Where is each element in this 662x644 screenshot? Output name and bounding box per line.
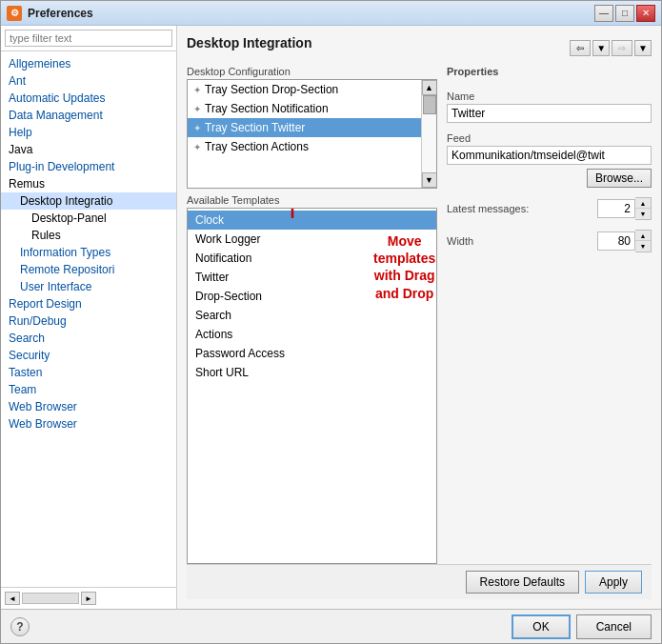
bottom-bar: Restore Defaults Apply	[187, 564, 652, 599]
footer-bar: ? OK Cancel	[1, 609, 661, 643]
scroll-thumb[interactable]	[423, 95, 436, 114]
filter-input[interactable]	[5, 30, 172, 47]
sidebar-item-team[interactable]: Team	[1, 381, 176, 398]
nav-back-dropdown[interactable]: ▼	[592, 40, 610, 56]
width-label: Width	[447, 235, 592, 247]
available-templates-label: Available Templates	[187, 194, 437, 206]
sidebar-item-desktop-panel[interactable]: Desktop-Panel	[1, 210, 176, 227]
sidebar-item-allgemeines[interactable]: Allgemeines	[1, 55, 176, 72]
sidebar-item-help[interactable]: Help	[1, 124, 176, 141]
drag-icon: ✦	[193, 142, 201, 152]
sidebar-item-java[interactable]: Java	[1, 141, 176, 158]
close-button[interactable]: ✕	[636, 5, 655, 22]
scroll-down-btn[interactable]: ▼	[422, 172, 437, 188]
properties-label: Properties	[447, 66, 652, 77]
nav-forward-dropdown[interactable]: ▼	[634, 40, 652, 56]
width-input[interactable]	[597, 231, 635, 251]
spinner-buttons: ▲ ▼	[635, 197, 652, 220]
sidebar-item-plugin-development[interactable]: Plug-in Development	[1, 158, 176, 175]
sidebar-item-automatic-updates[interactable]: Automatic Updates	[1, 90, 176, 107]
desktop-config-box: ✦ Tray Section Drop-Section ✦ Tray Secti…	[187, 79, 437, 189]
feed-input[interactable]	[447, 146, 652, 165]
feed-field-section: Feed Browse...	[447, 129, 652, 188]
sidebar-item-rules[interactable]: Rules	[1, 227, 176, 244]
name-field-section: Name	[447, 87, 652, 123]
left-panel: Desktop Configuration ✦ Tray Section Dro…	[187, 66, 437, 564]
help-button[interactable]: ?	[10, 617, 30, 636]
apply-button[interactable]: Apply	[585, 571, 642, 594]
sidebar-tree: Allgemeines Ant Automatic Updates Data M…	[1, 51, 176, 587]
feed-row	[447, 146, 652, 165]
sidebar-item-run-debug[interactable]: Run/Debug	[1, 312, 176, 330]
scroll-up-btn[interactable]: ▲	[422, 80, 437, 95]
sidebar-item-report-design[interactable]: Report Design	[1, 295, 176, 312]
width-decrement[interactable]: ▼	[635, 241, 651, 252]
footer-buttons: OK Cancel	[512, 614, 652, 639]
drag-icon: ✦	[193, 104, 201, 114]
nav-forward-button[interactable]: ⇨	[612, 40, 632, 56]
sidebar-item-remus[interactable]: Remus	[1, 175, 176, 192]
ok-button[interactable]: OK	[512, 614, 570, 639]
template-item-search[interactable]: Search	[188, 306, 436, 325]
config-item-label: Tray Section Actions	[205, 140, 309, 153]
config-item-actions[interactable]: ✦ Tray Section Actions	[188, 137, 421, 156]
sidebar-item-search[interactable]: Search	[1, 330, 176, 347]
maximize-button[interactable]: □	[615, 5, 634, 22]
content-area: Allgemeines Ant Automatic Updates Data M…	[1, 26, 661, 609]
cancel-button[interactable]: Cancel	[576, 614, 652, 639]
feed-label: Feed	[447, 132, 652, 144]
config-item-drop-section[interactable]: ✦ Tray Section Drop-Section	[188, 80, 421, 99]
template-item-work-logger[interactable]: Work Logger	[188, 230, 436, 249]
template-item-twitter[interactable]: Twitter	[188, 268, 436, 287]
template-item-actions[interactable]: Actions	[188, 325, 436, 344]
sidebar-item-remote-repositories[interactable]: Remote Repositori	[1, 261, 176, 278]
right-panel: Properties Name Feed Browse...	[447, 66, 652, 564]
latest-messages-row: Latest messages: ▲ ▼	[447, 197, 652, 220]
preferences-window: ⚙ Preferences — □ ✕ Allgemeines Ant Auto…	[0, 0, 662, 644]
nav-back-button[interactable]: ⇦	[570, 40, 591, 56]
config-item-notification[interactable]: ✦ Tray Section Notification	[188, 99, 421, 118]
main-title: Desktop Integration	[187, 35, 311, 50]
sidebar-scroll-left[interactable]: ◄	[5, 592, 20, 605]
config-list: ✦ Tray Section Drop-Section ✦ Tray Secti…	[188, 80, 421, 188]
config-scrollbar: ▲ ▼	[421, 80, 436, 188]
template-item-password-access[interactable]: Password Access	[188, 344, 436, 363]
template-item-short-url[interactable]: Short URL	[188, 363, 436, 382]
width-row: Width ▲ ▼	[447, 230, 652, 252]
config-item-label: Tray Section Notification	[205, 102, 329, 115]
sidebar-item-user-interface[interactable]: User Interface	[1, 278, 176, 295]
sidebar-scroll-right[interactable]: ►	[81, 592, 96, 605]
available-templates-box: Clock Work Logger Notification Twitter D…	[187, 208, 437, 564]
width-spinner: ▲ ▼	[597, 230, 652, 252]
drag-icon: ✦	[193, 123, 201, 133]
latest-messages-label: Latest messages:	[447, 203, 592, 214]
restore-defaults-button[interactable]: Restore Defaults	[466, 571, 579, 594]
sidebar: Allgemeines Ant Automatic Updates Data M…	[1, 26, 177, 609]
name-input[interactable]	[447, 104, 652, 123]
window-icon: ⚙	[7, 6, 22, 21]
sidebar-item-web-browser-2[interactable]: Web Browser	[1, 415, 176, 433]
sidebar-item-tasten[interactable]: Tasten	[1, 364, 176, 381]
config-item-label: Tray Section Twitter	[205, 121, 305, 134]
main-content: Desktop Integration ⇦ ▼ ⇨ ▼ Desktop Conf…	[177, 26, 661, 609]
main-body: Desktop Configuration ✦ Tray Section Dro…	[187, 66, 652, 564]
minimize-button[interactable]: —	[594, 5, 613, 22]
latest-messages-increment[interactable]: ▲	[635, 198, 651, 209]
latest-messages-decrement[interactable]: ▼	[635, 209, 651, 219]
sidebar-item-data-management[interactable]: Data Management	[1, 107, 176, 124]
width-increment[interactable]: ▲	[635, 231, 651, 241]
config-item-twitter[interactable]: ✦ Tray Section Twitter	[188, 118, 421, 137]
sidebar-item-web-browser-1[interactable]: Web Browser	[1, 398, 176, 415]
sidebar-item-ant[interactable]: Ant	[1, 72, 176, 90]
template-item-drop-section[interactable]: Drop-Section	[188, 287, 436, 306]
name-label: Name	[447, 91, 652, 102]
sidebar-item-desktop-integration[interactable]: Desktop Integratio	[1, 192, 176, 210]
latest-messages-input[interactable]	[597, 199, 635, 218]
sidebar-item-security[interactable]: Security	[1, 347, 176, 364]
sidebar-item-information-types[interactable]: Information Types	[1, 244, 176, 261]
template-item-notification[interactable]: Notification	[188, 249, 436, 268]
template-item-clock[interactable]: Clock	[188, 211, 436, 230]
template-list: Clock Work Logger Notification Twitter D…	[188, 209, 436, 563]
config-item-label: Tray Section Drop-Section	[205, 83, 338, 96]
browse-button[interactable]: Browse...	[587, 169, 652, 188]
